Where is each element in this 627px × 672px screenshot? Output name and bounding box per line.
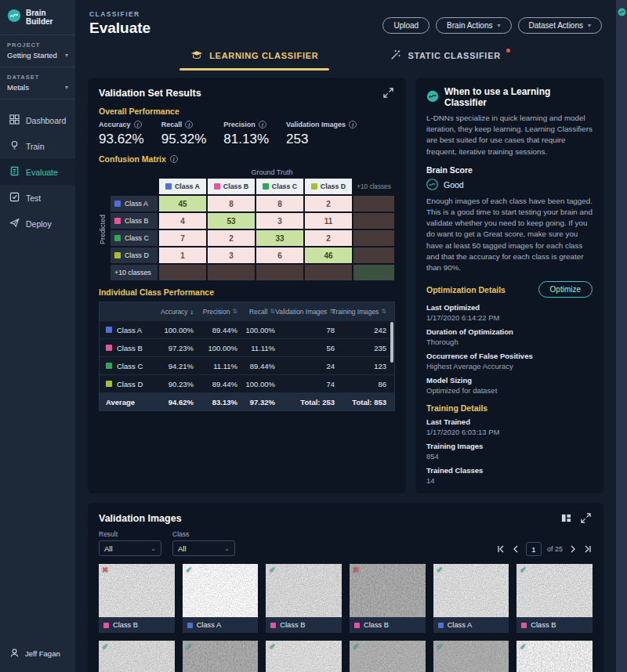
metric-label: Accuracy — [99, 121, 131, 128]
dataset-value: Metals — [7, 83, 29, 92]
metric-recall: Recalli 95.32% — [161, 121, 207, 147]
table-row[interactable]: Class B 97.23% 100.00% 11.11% 56 235 — [100, 338, 394, 356]
validation-image[interactable]: ✓ Class B — [183, 641, 259, 672]
pass-icon: ✓ — [102, 642, 108, 651]
sidebar-item-test[interactable]: Test — [0, 185, 75, 211]
tab-static-classifier[interactable]: STATIC CLASSIFIER — [379, 43, 511, 70]
brain-score-icon — [426, 179, 438, 192]
tab-label: STATIC CLASSIFIER — [408, 51, 500, 60]
validation-image[interactable]: ✓ Class A — [433, 564, 509, 633]
validation-image[interactable]: ✕ Class B — [350, 564, 426, 633]
matrix-row-header-d: Class D — [111, 247, 158, 263]
validation-image[interactable]: ✓ Class D — [266, 641, 342, 672]
optimize-button[interactable]: Optimize — [538, 281, 593, 298]
pass-icon: ✓ — [186, 642, 192, 651]
matrix-cell: 46 — [305, 247, 352, 263]
page-count-label: of 25 — [547, 545, 563, 553]
metric-precision: Precisioni 81.13% — [223, 121, 269, 147]
training-details-heading: Training Details — [426, 403, 593, 413]
sort-header-accuracy[interactable]: Accuracy↓ — [156, 308, 200, 316]
class-filter-select[interactable]: All ⌄ — [172, 540, 235, 556]
sort-desc-icon: ↓ — [190, 308, 194, 316]
pass-icon: ✓ — [353, 642, 359, 651]
dashboard-icon — [9, 114, 20, 126]
first-page-button[interactable] — [496, 544, 506, 554]
chevron-down-icon: ▾ — [65, 84, 68, 91]
class-color-swatch — [354, 623, 360, 628]
previous-page-button[interactable] — [511, 544, 520, 554]
sort-header-training-images[interactable]: Training Images⇅ — [341, 308, 393, 316]
pass-icon: ✓ — [520, 642, 526, 651]
table-scrollbar[interactable] — [390, 322, 393, 363]
validation-image[interactable]: ✓ Class A — [183, 564, 259, 633]
result-filter-label: Result — [99, 530, 161, 538]
validation-image[interactable]: ✕ Class B — [99, 564, 175, 633]
matrix-cell-extra — [159, 265, 206, 280]
metric-label: Recall — [161, 121, 183, 128]
matrix-row-header-extra[interactable]: +10 classes — [111, 265, 158, 280]
validation-image[interactable]: ✓ Class B — [516, 641, 593, 672]
pass-icon: ✓ — [437, 565, 443, 574]
brain-builder-logo-icon — [7, 9, 21, 26]
button-label: Brain Actions — [447, 21, 492, 30]
info-icon[interactable]: i — [134, 121, 142, 128]
section-overline: CLASSIFIER — [89, 10, 150, 18]
overall-metrics: Accuracyi 93.62% Recalli 95.32% Precisio… — [99, 121, 395, 147]
confusion-matrix: Class A Class B Class C Class D +10 clas… — [111, 179, 395, 280]
matrix-cell-extra — [353, 247, 394, 263]
validation-image[interactable]: ✓ Class B — [516, 564, 593, 633]
table-row[interactable]: Class A 100.00% 89.44% 100.00% 78 242 — [100, 320, 394, 338]
collapsed-panel-strip[interactable] — [616, 0, 627, 672]
app-logo[interactable]: Brain Builder — [0, 0, 75, 35]
dataset-selector[interactable]: DATASET Metals ▾ — [0, 67, 75, 99]
matrix-corner — [111, 179, 158, 194]
upload-button[interactable]: Upload — [382, 17, 429, 34]
card-title: Validation Set Results — [99, 88, 201, 99]
validation-image[interactable]: ✓ Class B — [433, 641, 509, 672]
info-icon[interactable]: i — [349, 121, 357, 128]
tab-learning-classifier[interactable]: LEARNING CLASSIFIER — [179, 43, 329, 70]
chevron-down-icon: ▾ — [588, 22, 591, 29]
matrix-cell-extra — [353, 196, 394, 211]
matrix-cell-extra — [208, 265, 255, 280]
info-icon[interactable]: i — [185, 121, 193, 128]
matrix-col-header-c: Class C — [256, 179, 303, 194]
class-a-swatch — [106, 327, 112, 333]
brain-actions-button[interactable]: Brain Actions ▾ — [436, 17, 511, 34]
validation-image[interactable]: ✓ Class C — [350, 641, 426, 672]
button-label: Upload — [393, 21, 419, 30]
class-label: Class B — [364, 621, 389, 629]
project-selector[interactable]: PROJECT Getting Started ▾ — [0, 35, 75, 67]
sidebar-item-deploy[interactable]: Deploy — [0, 211, 75, 237]
sort-header-precision[interactable]: Precision⇅ — [200, 308, 244, 316]
dataset-actions-button[interactable]: Dataset Actions ▾ — [518, 17, 603, 34]
class-a-swatch — [114, 201, 121, 207]
last-page-button[interactable] — [583, 544, 593, 554]
table-row[interactable]: Class C 94.21% 11.11% 89.44% 24 123 — [100, 356, 394, 374]
matrix-col-header-extra[interactable]: +10 classes — [353, 179, 394, 194]
info-icon[interactable]: i — [170, 155, 178, 163]
sidebar-item-evaluate[interactable]: Evaluate — [0, 159, 75, 185]
expand-icon[interactable] — [382, 86, 395, 99]
checkbox-icon — [9, 192, 20, 204]
table-row[interactable]: Class D 90.23% 89.44% 100.00% 74 86 — [100, 374, 394, 392]
expand-icon[interactable] — [579, 511, 593, 525]
metric-value: 253 — [286, 132, 357, 147]
user-account[interactable]: Jeff Fagan — [0, 641, 75, 666]
next-page-button[interactable] — [568, 544, 578, 554]
validation-image[interactable]: ✓ Class B — [266, 564, 342, 633]
class-b-swatch — [106, 345, 112, 351]
details-view-icon[interactable] — [560, 511, 573, 525]
metric-value: 81.13% — [223, 132, 269, 147]
sidebar-item-dashboard[interactable]: Dashboard — [0, 107, 75, 133]
class-d-swatch — [106, 381, 112, 387]
result-filter-select[interactable]: All ⌄ — [99, 540, 161, 556]
validation-image[interactable]: ✓ Class C — [99, 641, 175, 672]
class-color-swatch — [270, 623, 276, 628]
sidebar-item-train[interactable]: Train — [0, 133, 75, 159]
info-icon[interactable]: i — [259, 121, 266, 128]
field-model-sizing: Model Sizing Optimized for dataset — [426, 376, 593, 395]
class-label: Class A — [197, 621, 222, 629]
page-number-input[interactable]: 1 — [526, 542, 542, 556]
field-occurrence-false-positives: Occurrence of False Positives Highest Av… — [426, 352, 593, 370]
